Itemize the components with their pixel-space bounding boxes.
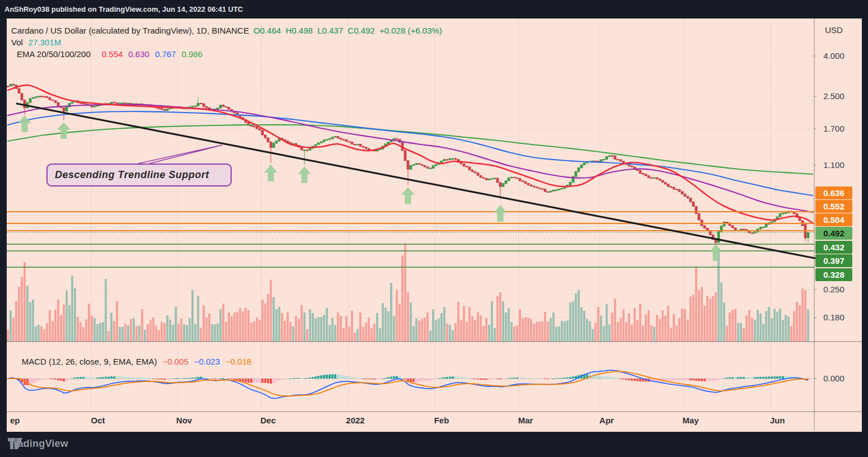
x-axis-month-label: Oct	[91, 416, 105, 425]
x-axis-month-label: Jun	[770, 416, 785, 425]
y-axis-tick: 1.700	[814, 124, 853, 133]
x-axis-month-label: Feb	[434, 416, 449, 425]
x-axis-month-label: May	[682, 416, 698, 425]
ema-value: 0.986	[181, 49, 203, 59]
price-level-label-orange: 0.504	[815, 213, 852, 226]
x-axis-month-label: ep	[10, 416, 20, 425]
legend-ema-row: EMA 20/50/100/2000.5540.6300.7670.986	[11, 48, 442, 60]
x-axis-month-label: Dec	[260, 416, 276, 425]
ema-values: 0.5540.6300.7670.986	[96, 49, 203, 59]
ohlc-readout: O0.464 H0.498 L0.437 C0.492 +0.028 (+6.0…	[254, 26, 442, 35]
macd-label: MACD (12, 26, close, 9, EMA, EMA)	[22, 357, 157, 366]
macd-value: −0.005	[162, 357, 188, 366]
tradingview-logo[interactable]	[8, 438, 22, 449]
price-level-label-support: 0.397	[815, 254, 852, 267]
callout-text: Descending Trendline Support	[55, 169, 209, 181]
ema-value: 0.554	[102, 49, 123, 59]
y-axis-tick: 4.000	[814, 51, 853, 60]
price-level-label-orange: 0.552	[815, 200, 852, 213]
x-axis-month-label: Nov	[176, 416, 192, 425]
x-axis-month-label: Apr	[599, 416, 614, 425]
macd-legend: MACD (12, 26, close, 9, EMA, EMA)−0.005−…	[12, 347, 251, 376]
macd-value: −0.023	[194, 357, 220, 366]
macd-values: −0.005−0.023−0.018	[157, 357, 251, 366]
ema-value: 0.767	[155, 49, 176, 59]
price-level-label-support: 0.432	[815, 241, 852, 254]
footer-bar: TradingView	[8, 438, 68, 450]
y-axis-tick: 0.180	[814, 313, 853, 322]
currency-label: USD	[814, 25, 853, 35]
price-level-label-current: 0.492	[815, 227, 852, 240]
y-axis-tick: 0.000	[814, 374, 853, 383]
x-axis-month-label: 2022	[346, 416, 364, 425]
macd-value: −0.018	[226, 357, 251, 366]
x-axis-month-label: Mar	[518, 416, 533, 425]
volume-label: Vol	[11, 38, 23, 47]
volume-value: 27.301M	[29, 38, 61, 47]
ema-value: 0.630	[128, 49, 149, 59]
time-axis[interactable]: epOctNovDec2022FebMarAprMayJun	[7, 412, 814, 430]
legend-volume-row: Vol27.301M	[11, 36, 442, 48]
trendline-callout[interactable]: Descending Trendline Support	[46, 164, 232, 186]
price-chart-canvas[interactable]	[0, 0, 868, 457]
y-axis-tick: 2.500	[814, 91, 853, 101]
price-scale[interactable]: USD 4.0002.5001.7001.1000.2500.1800.0000…	[814, 18, 862, 430]
price-level-label-orange: 0.636	[815, 186, 852, 199]
tradingview-snapshot: AnShRoy038 published on TradingView.com,…	[0, 0, 868, 457]
legend-symbol-row: Cardano / US Dollar (calculated by Tradi…	[11, 25, 442, 36]
y-axis-tick: 1.100	[814, 160, 853, 170]
symbol-title: Cardano / US Dollar (calculated by Tradi…	[11, 26, 249, 35]
price-level-label-support: 0.328	[815, 268, 852, 281]
chart-legend: Cardano / US Dollar (calculated by Tradi…	[11, 25, 442, 60]
y-axis-tick: 0.250	[814, 285, 853, 294]
ema-label: EMA 20/50/100/200	[17, 49, 91, 59]
